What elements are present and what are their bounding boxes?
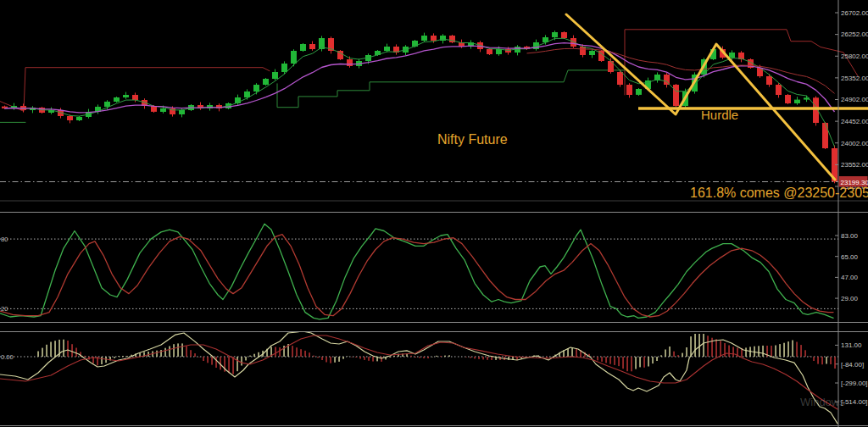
- histogram-bar: [762, 346, 764, 357]
- histogram-bar: [338, 357, 340, 362]
- histogram-bar: [118, 356, 120, 357]
- histogram-bar: [707, 336, 709, 357]
- histogram-bar: [164, 348, 166, 357]
- histogram-bar: [491, 357, 492, 360]
- histogram-bar: [198, 357, 200, 358]
- histogram-bar: [809, 356, 810, 357]
- histogram-bar: [75, 348, 77, 358]
- candle: [496, 49, 502, 54]
- stoch-axis-label: 29.00: [841, 295, 859, 302]
- stochastic-panel-surface[interactable]: [0, 212, 838, 322]
- macd-zero-label: 0.00: [1, 353, 14, 361]
- histogram-bar: [478, 357, 480, 359]
- histogram-bar: [482, 357, 484, 359]
- fib-target-annotation[interactable]: 161.8% comes @23250-23050: [690, 186, 868, 201]
- trading-chart: 26702.0026252.0025802.0025352.0024902.00…: [0, 0, 868, 427]
- candle: [179, 110, 185, 114]
- histogram-bar: [614, 357, 615, 365]
- histogram-bar: [211, 357, 213, 365]
- histogram-bar: [703, 334, 704, 357]
- candle: [580, 47, 586, 55]
- histogram-bar: [351, 357, 353, 358]
- histogram-bar: [660, 355, 662, 357]
- histogram-bar: [771, 346, 772, 357]
- candle: [123, 95, 129, 97]
- histogram-bar: [804, 350, 806, 357]
- hurdle-annotation[interactable]: Hurdle: [701, 108, 738, 122]
- histogram-bar: [355, 357, 357, 358]
- histogram-bar: [190, 350, 192, 357]
- histogram-bar: [122, 356, 124, 357]
- histogram-bar: [826, 357, 827, 364]
- histogram-bar: [571, 347, 573, 357]
- histogram-bar: [50, 342, 52, 358]
- histogram-bar: [37, 352, 39, 358]
- histogram-bar: [622, 357, 624, 369]
- histogram-bar: [215, 357, 217, 368]
- histogram-bar: [321, 357, 323, 360]
- histogram-bar: [686, 347, 687, 357]
- windows-watermark: Windows: [800, 396, 845, 408]
- histogram-bar: [682, 353, 683, 357]
- histogram-bar: [652, 357, 654, 363]
- histogram-bar: [787, 341, 789, 357]
- histogram-bar: [279, 347, 281, 357]
- histogram-bar: [300, 349, 302, 357]
- histogram-bar: [440, 356, 442, 357]
- histogram-bar: [253, 354, 255, 357]
- candle: [561, 32, 567, 38]
- candle: [487, 49, 492, 54]
- histogram-bar: [283, 346, 285, 357]
- histogram-bar: [42, 348, 43, 357]
- chart-canvas[interactable]: 26702.0026252.0025802.0025352.0024902.00…: [0, 0, 868, 427]
- histogram-bar: [597, 357, 598, 360]
- histogram-bar: [296, 347, 298, 357]
- histogram-bar: [665, 350, 666, 358]
- histogram-bar: [423, 357, 425, 358]
- stoch-axis-label: 47.00: [841, 274, 859, 281]
- histogram-bar: [465, 357, 467, 358]
- histogram-bar: [673, 352, 675, 357]
- histogram-bar: [834, 357, 836, 369]
- stoch-axis-label: 83.00: [841, 232, 859, 240]
- histogram-bar: [618, 357, 620, 366]
- histogram-bar: [690, 336, 692, 357]
- histogram-bar: [203, 357, 204, 361]
- histogram-bar: [601, 357, 603, 362]
- histogram-bar: [228, 357, 230, 373]
- histogram-bar: [63, 340, 64, 357]
- histogram-bar: [669, 347, 670, 357]
- histogram-bar: [419, 357, 420, 358]
- histogram-bar: [194, 353, 196, 357]
- histogram-bar: [334, 357, 336, 363]
- candle: [822, 123, 828, 148]
- histogram-bar: [779, 344, 781, 357]
- histogram-bar: [126, 356, 128, 357]
- macd-axis-label: [-84.00]: [841, 361, 864, 369]
- histogram-bar: [410, 356, 412, 357]
- candle: [552, 32, 558, 37]
- histogram-bar: [236, 357, 238, 371]
- histogram-bar: [249, 356, 251, 357]
- histogram-bar: [728, 346, 730, 358]
- histogram-bar: [156, 351, 158, 357]
- candle: [766, 76, 772, 85]
- price-axis-label: 24902.00: [841, 96, 868, 103]
- candle: [76, 117, 82, 120]
- price-axis-label: 25352.00: [841, 75, 868, 82]
- histogram-bar: [631, 357, 632, 371]
- candle: [272, 72, 278, 79]
- histogram-bar: [609, 357, 611, 364]
- price-axis-label: 26702.00: [841, 9, 868, 17]
- histogram-bar: [487, 357, 488, 360]
- candle: [263, 79, 269, 85]
- instrument-annotation[interactable]: Nifty Future: [437, 132, 508, 147]
- price-axis-label: 24452.00: [841, 118, 868, 125]
- histogram-bar: [436, 356, 437, 357]
- candle: [309, 44, 315, 49]
- histogram-bar: [169, 347, 170, 358]
- histogram-bar: [359, 357, 361, 359]
- stoch-level-label: 80: [1, 236, 8, 243]
- histogram-bar: [207, 357, 209, 363]
- histogram-bar: [698, 334, 700, 357]
